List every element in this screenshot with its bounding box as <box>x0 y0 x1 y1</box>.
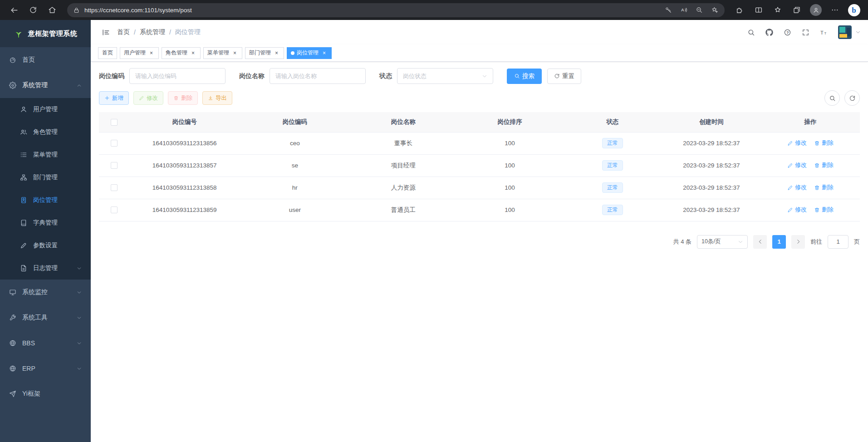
sidebar-item[interactable]: 系统工具 <box>0 305 91 330</box>
status-label: 状态 <box>379 72 392 80</box>
reset-button[interactable]: 重置 <box>547 69 581 84</box>
close-icon[interactable]: × <box>190 49 196 56</box>
zoom-icon[interactable] <box>692 4 706 16</box>
copilot-icon[interactable]: b <box>845 2 863 18</box>
home-icon[interactable] <box>44 2 61 18</box>
sidebar-item[interactable]: 字典管理 <box>0 211 91 234</box>
sidebar-item[interactable]: 角色管理 <box>0 121 91 143</box>
row-checkbox[interactable] <box>111 206 118 213</box>
site-info-lock-icon[interactable] <box>73 7 80 14</box>
row-edit-link[interactable]: 修改 <box>787 206 807 214</box>
more-icon[interactable] <box>826 2 843 18</box>
chevron-down-icon[interactable] <box>855 29 861 35</box>
close-icon[interactable]: × <box>273 49 280 56</box>
row-checkbox[interactable] <box>111 184 118 191</box>
fullscreen-icon[interactable] <box>798 25 813 39</box>
help-icon[interactable]: ? <box>780 25 794 39</box>
next-page-button[interactable] <box>791 235 805 249</box>
tab[interactable]: 部门管理× <box>245 47 284 59</box>
refresh-table-button[interactable] <box>844 90 860 106</box>
column-header: 状态 <box>563 112 662 132</box>
chevron-down-icon <box>77 266 82 271</box>
sidebar-item[interactable]: 首页 <box>0 47 91 73</box>
sidebar-item[interactable]: 用户管理 <box>0 98 91 121</box>
search-icon[interactable] <box>744 25 758 39</box>
sidebar-item[interactable]: 菜单管理 <box>0 143 91 166</box>
sidebar-collapse-button[interactable] <box>98 25 113 40</box>
favorite-add-icon[interactable] <box>707 4 722 16</box>
main-area: 首页/系统管理/岗位管理 ?TT 首页用户管理×角色管理×菜单管理×部门管理×岗… <box>91 20 868 442</box>
search-button[interactable]: 搜索 <box>507 69 542 84</box>
navbar-icon-group: ?TT <box>744 25 831 39</box>
export-button[interactable]: 导出 <box>202 91 232 105</box>
page-1-button[interactable]: 1 <box>772 235 786 249</box>
post-name-input[interactable] <box>270 68 366 84</box>
select-all-checkbox[interactable] <box>111 119 118 126</box>
profile-avatar[interactable] <box>807 2 824 18</box>
refresh-icon[interactable] <box>25 2 42 18</box>
edit-icon <box>20 242 28 249</box>
add-button[interactable]: 新增 <box>99 91 129 105</box>
table-row: 1641030593112313856ceo董事长100正常2023-03-29… <box>99 132 860 154</box>
read-aloud-icon[interactable]: A <box>677 4 691 16</box>
sidebar-item[interactable]: Yi框架 <box>0 381 91 407</box>
close-icon[interactable]: × <box>321 49 328 56</box>
app-logo[interactable]: 意框架管理系统 <box>0 20 91 47</box>
sidebar-item[interactable]: 系统管理 <box>0 73 91 98</box>
user-avatar[interactable] <box>838 25 852 39</box>
chevron-down-icon <box>77 366 82 371</box>
cell-post-code: hr <box>240 177 350 199</box>
favorites-icon[interactable] <box>769 2 786 18</box>
sidebar-item[interactable]: 日志管理 <box>0 257 91 280</box>
github-icon[interactable] <box>762 25 776 39</box>
row-delete-link[interactable]: 删除 <box>814 206 834 214</box>
tab[interactable]: 首页 <box>98 47 117 59</box>
pagination-total: 共 4 条 <box>673 238 691 246</box>
row-checkbox[interactable] <box>111 162 118 169</box>
breadcrumb-item: 岗位管理 <box>175 28 201 36</box>
tab[interactable]: 角色管理× <box>162 47 201 59</box>
sidebar-item[interactable]: 部门管理 <box>0 166 91 189</box>
prev-page-button[interactable] <box>753 235 767 249</box>
top-navbar: 首页/系统管理/岗位管理 ?TT <box>91 20 868 44</box>
sidebar-item[interactable]: ERP <box>0 356 91 381</box>
search-icon <box>514 73 520 79</box>
row-delete-link[interactable]: 删除 <box>814 183 834 192</box>
monitor-icon <box>9 289 17 296</box>
text-size-icon[interactable]: TT <box>816 25 831 39</box>
status-select[interactable]: 岗位状态 <box>397 68 493 84</box>
key-icon[interactable] <box>661 4 676 16</box>
sidebar-item[interactable]: 岗位管理 <box>0 189 91 211</box>
tab[interactable]: 菜单管理× <box>203 47 242 59</box>
breadcrumb-item[interactable]: 首页 <box>117 28 130 36</box>
filter-status: 状态 岗位状态 <box>379 68 493 84</box>
row-edit-link[interactable]: 修改 <box>787 139 807 147</box>
row-delete-link[interactable]: 删除 <box>814 139 834 147</box>
page-size-select[interactable]: 10条/页 <box>697 235 748 249</box>
extensions-icon[interactable] <box>731 2 748 18</box>
row-checkbox[interactable] <box>111 140 118 147</box>
browser-action-icons: b <box>731 2 863 18</box>
collections-icon[interactable] <box>788 2 805 18</box>
address-bar[interactable]: https://ccnetcore.com:1101/system/post A <box>67 3 725 17</box>
sidebar-item[interactable]: 参数设置 <box>0 234 91 257</box>
table-row: 1641030593112313857se项目经理100正常2023-03-29… <box>99 154 860 177</box>
edit-button[interactable]: 修改 <box>133 91 163 105</box>
goto-page-input[interactable] <box>828 235 848 249</box>
breadcrumb-item[interactable]: 系统管理 <box>140 28 165 36</box>
sidebar-item[interactable]: BBS <box>0 330 91 356</box>
cell-post-sort: 100 <box>456 154 563 177</box>
row-edit-link[interactable]: 修改 <box>787 183 807 192</box>
row-delete-link[interactable]: 删除 <box>814 161 834 169</box>
sidebar-item[interactable]: 系统监控 <box>0 280 91 305</box>
close-icon[interactable]: × <box>231 49 238 56</box>
tab[interactable]: 岗位管理× <box>287 47 332 59</box>
close-icon[interactable]: × <box>148 49 155 56</box>
delete-button[interactable]: 删除 <box>168 91 198 105</box>
post-code-input[interactable] <box>129 68 226 84</box>
split-screen-icon[interactable] <box>750 2 767 18</box>
toggle-search-button[interactable] <box>824 90 840 106</box>
tab[interactable]: 用户管理× <box>120 47 159 59</box>
back-icon[interactable] <box>5 2 23 18</box>
row-edit-link[interactable]: 修改 <box>787 161 807 169</box>
